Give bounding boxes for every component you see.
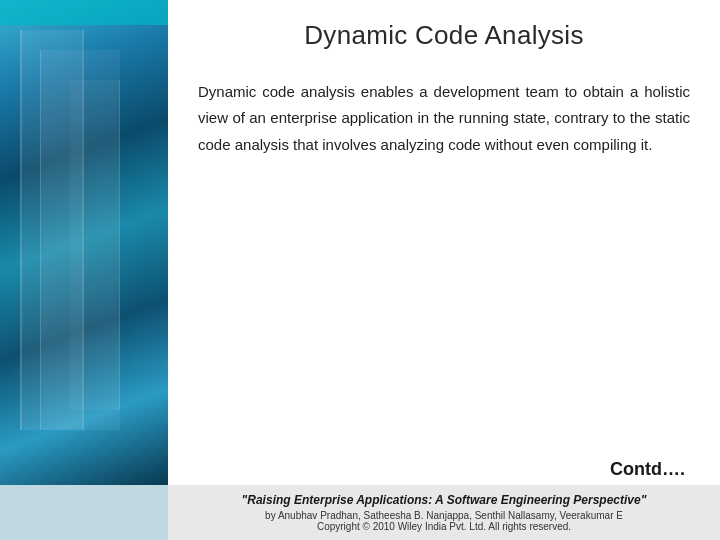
contd-label: Contd…. [198,439,690,480]
footer-area: "Raising Enterprise Applications: A Soft… [168,485,720,540]
building-detail-2 [70,80,120,410]
slide-title: Dynamic Code Analysis [198,20,690,59]
slide-body-text: Dynamic code analysis enables a developm… [198,79,690,439]
footer-copyright: Copyright © 2010 Wiley India Pvt. Ltd. A… [317,521,571,532]
footer-authors: by Anubhav Pradhan, Satheesha B. Nanjapp… [265,510,623,521]
footer-book-title-text: "Raising Enterprise Applications: A Soft… [242,493,647,507]
slide-container: Dynamic Code Analysis Dynamic code analy… [0,0,720,540]
footer-book-title: "Raising Enterprise Applications: A Soft… [242,493,647,507]
content-area: Dynamic Code Analysis Dynamic code analy… [168,0,720,540]
teal-accent-top [0,0,168,25]
left-footer-bg [0,485,168,540]
left-image-panel [0,0,168,540]
